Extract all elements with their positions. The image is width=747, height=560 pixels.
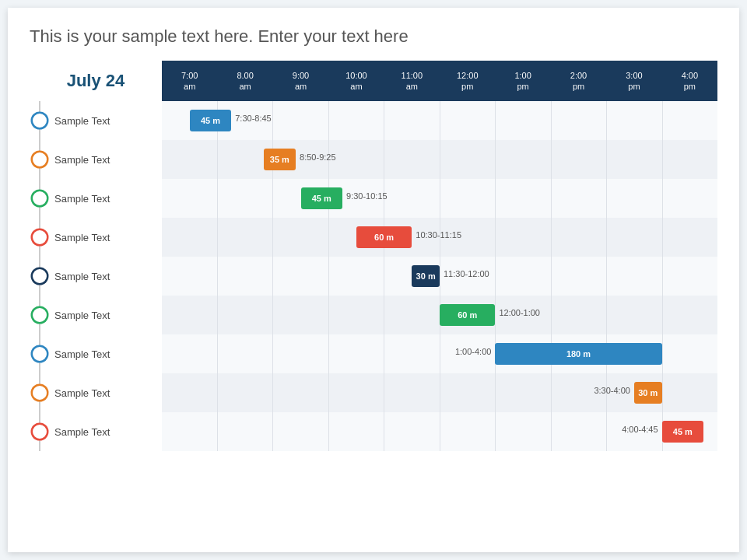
stripe-cell-1-2: [273, 140, 329, 179]
stripe-cell-7-7: [552, 373, 608, 412]
stripe-cell-7-3: [329, 373, 385, 412]
dot-1: [33, 152, 47, 166]
row-label-5: Sample Text: [30, 296, 162, 334]
stripe-cell-3-2: [273, 218, 329, 257]
left-panel: July 24 Sample Text Sample Text Sample T…: [30, 61, 162, 451]
time-header-line2: am: [239, 81, 251, 92]
stripe-cell-0-7: [552, 101, 608, 140]
stripe-cell-0-6: [496, 101, 552, 140]
row-label-6: Sample Text: [30, 334, 162, 373]
date-label: July 24: [67, 71, 125, 91]
stripe-cell-6-4: [384, 334, 440, 373]
stripe-cell-4-8: [607, 257, 663, 296]
time-header-line1: 10:00: [345, 70, 367, 81]
dot-7: [33, 386, 47, 400]
stripe-cell-8-0: [162, 412, 218, 451]
stripe-cell-7-4: [384, 373, 440, 412]
stripe-cell-6-6: [496, 334, 552, 373]
stripe-cell-4-3: [329, 257, 385, 296]
time-col-4: 11:00 am: [384, 61, 440, 101]
stripe-cell-2-8: [607, 179, 663, 218]
time-header-line2: am: [406, 81, 418, 92]
stripe-cell-2-9: [663, 179, 718, 218]
stripe-cell-8-3: [329, 412, 385, 451]
stripe-cell-3-6: [496, 218, 552, 257]
stripe-cell-2-4: [384, 179, 440, 218]
time-header-7: 2:00 pm: [551, 61, 606, 101]
stripe-cell-6-2: [273, 334, 329, 373]
stripe-row-3: [162, 218, 717, 257]
stripe-cell-2-6: [496, 179, 552, 218]
row-label-7: Sample Text: [30, 373, 162, 412]
time-header-8: 3:00 pm: [606, 61, 661, 101]
stripe-cell-5-1: [218, 296, 274, 334]
stripe-cell-3-3: [329, 218, 385, 257]
stripe-cell-1-7: [552, 140, 608, 179]
stripe-cell-3-4: [384, 218, 440, 257]
stripe-cell-7-2: [273, 373, 329, 412]
stripe-cell-5-2: [273, 296, 329, 334]
stripe-cell-7-5: [440, 373, 496, 412]
stripe-cell-1-6: [496, 140, 552, 179]
stripe-cell-7-8: [607, 373, 663, 412]
stripe-cell-1-9: [663, 140, 718, 179]
stripe-cell-0-9: [663, 101, 718, 140]
stripe-row-5: [162, 296, 717, 334]
row-label-text-4: Sample Text: [54, 271, 110, 282]
dot-6: [33, 347, 47, 361]
stripe-cell-6-8: [607, 334, 663, 373]
time-header-1: 8.00 am: [217, 61, 272, 101]
stripe-cell-0-8: [607, 101, 663, 140]
stripe-cell-0-2: [273, 101, 329, 140]
time-header-0: 7:00 am: [162, 61, 217, 101]
stripe-cell-6-5: [440, 334, 496, 373]
stripe-cell-1-5: [440, 140, 496, 179]
left-panel-inner: Sample Text Sample Text Sample Text Samp…: [30, 101, 162, 451]
time-header-line2: pm: [573, 81, 584, 92]
row-label-1: Sample Text: [30, 140, 162, 179]
stripe-row-4: [162, 257, 717, 296]
stripe-cell-2-3: [329, 179, 385, 218]
stripe-cell-2-2: [273, 179, 329, 218]
row-label-3: Sample Text: [30, 218, 162, 257]
dot-8: [33, 425, 47, 439]
stripe-cell-1-8: [607, 140, 663, 179]
time-header-line1: 4:00: [682, 70, 698, 81]
time-header-line2: pm: [628, 81, 640, 92]
stripe-cell-5-6: [496, 296, 552, 334]
time-header-9: 4:00 pm: [662, 61, 717, 101]
time-col-8: 3:00 pm: [606, 61, 661, 101]
stripe-cell-8-1: [218, 412, 274, 451]
stripe-cell-6-3: [329, 334, 385, 373]
time-header-3: 10:00 am: [328, 61, 384, 101]
dot-4: [33, 269, 47, 283]
stripe-cell-8-2: [273, 412, 329, 451]
stripe-cell-8-9: [663, 412, 718, 451]
time-col-3: 10:00 am: [328, 61, 384, 101]
row-stripes: [162, 101, 717, 451]
time-header-line1: 9:00: [293, 70, 309, 81]
stripe-cell-5-0: [162, 296, 218, 334]
slide: This is your sample text here. Enter you…: [8, 8, 739, 552]
dot-3: [33, 230, 47, 244]
row-label-2: Sample Text: [30, 179, 162, 218]
time-col-9: 4:00 pm: [662, 61, 717, 101]
stripe-row-6: [162, 334, 717, 373]
time-header-line2: am: [350, 81, 362, 92]
stripe-cell-4-0: [162, 257, 218, 296]
stripe-cell-4-9: [663, 257, 718, 296]
stripe-cell-0-4: [384, 101, 440, 140]
dot-5: [33, 308, 47, 322]
time-header-2: 9:00 am: [273, 61, 328, 101]
stripe-cell-6-9: [663, 334, 718, 373]
row-label-text-0: Sample Text: [54, 115, 110, 127]
time-headers: 7:00 am 8.00 am 9:00 am 10:00 am 11:00 a…: [162, 61, 717, 101]
row-label-8: Sample Text: [30, 412, 162, 451]
time-header-line1: 11:00: [402, 70, 423, 81]
stripe-cell-7-6: [496, 373, 552, 412]
stripe-cell-4-4: [384, 257, 440, 296]
stripe-cell-5-9: [663, 296, 718, 334]
time-col-6: 1:00 pm: [495, 61, 550, 101]
stripe-cell-0-1: [218, 101, 274, 140]
stripe-cell-8-4: [384, 412, 440, 451]
